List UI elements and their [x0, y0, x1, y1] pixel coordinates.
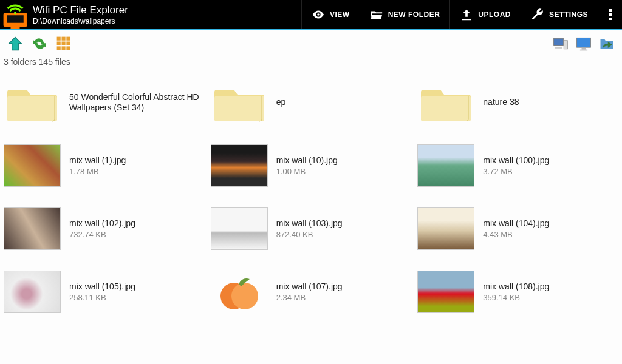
item-text: nature 38 [483, 97, 519, 108]
file-item[interactable]: mix wall (1).jpg1.78 MB [4, 140, 205, 192]
svg-rect-6 [66, 37, 70, 41]
item-title: mix wall (102).jpg [69, 218, 135, 229]
file-item[interactable]: mix wall (104).jpg4.43 MB [417, 203, 618, 255]
item-title: mix wall (104).jpg [483, 218, 549, 229]
item-title: mix wall (105).jpg [69, 281, 135, 292]
new-folder-button[interactable]: NEW FOLDER [360, 0, 450, 29]
view-label: VIEW [330, 10, 350, 19]
item-title: mix wall (108).jpg [483, 281, 549, 292]
item-text: 50 Wonderful Colorful Abstract HD Wallpa… [69, 92, 205, 113]
app-title-block: Wifi PC File Explorer D:\Downloads\wallp… [33, 4, 128, 25]
svg-rect-5 [62, 37, 66, 41]
nav-up-button[interactable] [6, 35, 24, 53]
svg-rect-16 [577, 38, 591, 47]
item-text: mix wall (108).jpg359.14 KB [483, 281, 549, 303]
item-size: 1.78 MB [69, 167, 126, 176]
folder-share-icon [598, 35, 615, 52]
settings-label: SETTINGS [549, 10, 588, 19]
header-actions: VIEW NEW FOLDER UPLOAD SETTINGS [301, 0, 622, 29]
item-size: 258.11 KB [69, 293, 135, 302]
item-text: mix wall (10).jpg1.00 MB [276, 155, 338, 177]
grid-icon [55, 35, 72, 52]
file-item[interactable]: mix wall (107).jpg2.34 MB [211, 266, 412, 318]
item-title: 50 Wonderful Colorful Abstract HD Wallpa… [69, 92, 205, 113]
folder-open-icon [370, 8, 383, 21]
file-thumbnail [417, 144, 474, 187]
item-size: 4.43 MB [483, 230, 549, 239]
device-pc-button[interactable] [552, 35, 570, 53]
current-path: D:\Downloads\wallpapers [33, 17, 128, 25]
refresh-button[interactable] [30, 35, 49, 53]
device-share-button[interactable] [598, 35, 616, 53]
file-thumbnail [417, 271, 474, 313]
grid-view-button[interactable] [55, 35, 73, 53]
file-item[interactable]: mix wall (100).jpg3.72 MB [417, 140, 618, 192]
file-thumbnail [211, 144, 268, 187]
file-thumbnail [4, 207, 61, 250]
item-size: 359.14 KB [483, 293, 549, 302]
item-title: nature 38 [483, 97, 519, 108]
item-text: ep [276, 97, 286, 108]
svg-rect-1 [7, 15, 24, 23]
computer-icon [552, 35, 569, 52]
settings-button[interactable]: SETTINGS [521, 0, 598, 29]
folder-item[interactable]: nature 38 [417, 76, 618, 129]
svg-rect-13 [554, 38, 564, 46]
svg-rect-7 [57, 42, 61, 46]
item-size: 732.74 KB [69, 230, 135, 239]
svg-point-20 [231, 283, 258, 309]
svg-rect-12 [66, 46, 70, 50]
item-size: 2.34 MB [276, 293, 343, 302]
upload-label: UPLOAD [478, 10, 511, 19]
file-grid: 50 Wonderful Colorful Abstract HD Wallpa… [0, 70, 622, 324]
monitor-icon [575, 35, 592, 52]
item-size: 872.40 KB [276, 230, 343, 239]
folder-icon [4, 81, 61, 124]
folder-item[interactable]: ep [211, 76, 412, 129]
overflow-menu-button[interactable] [598, 0, 622, 29]
svg-rect-11 [62, 46, 66, 50]
svg-rect-2 [11, 27, 20, 29]
folder-item[interactable]: 50 Wonderful Colorful Abstract HD Wallpa… [4, 76, 205, 129]
svg-rect-10 [57, 46, 61, 50]
folder-icon [211, 81, 268, 124]
status-text: 3 folders 145 files [0, 57, 622, 70]
app-title: Wifi PC File Explorer [33, 4, 128, 16]
refresh-icon [31, 35, 48, 52]
app-icon [0, 0, 30, 30]
file-thumbnail [211, 207, 268, 250]
item-text: mix wall (104).jpg4.43 MB [483, 218, 549, 240]
svg-rect-4 [57, 37, 61, 41]
wrench-icon [531, 8, 544, 21]
eye-icon [312, 8, 325, 21]
item-size: 1.00 MB [276, 167, 338, 176]
file-item[interactable]: mix wall (108).jpg359.14 KB [417, 266, 618, 318]
item-text: mix wall (103).jpg872.40 KB [276, 218, 343, 240]
app-header: Wifi PC File Explorer D:\Downloads\wallp… [0, 0, 622, 30]
file-thumbnail [4, 144, 61, 187]
file-thumbnail [417, 207, 474, 250]
svg-rect-8 [62, 42, 66, 46]
upload-button[interactable]: UPLOAD [449, 0, 521, 29]
file-item[interactable]: mix wall (102).jpg732.74 KB [4, 203, 205, 255]
item-text: mix wall (100).jpg3.72 MB [483, 155, 549, 177]
view-button[interactable]: VIEW [301, 0, 360, 29]
file-item[interactable]: mix wall (103).jpg872.40 KB [211, 203, 412, 255]
file-item[interactable]: mix wall (105).jpg258.11 KB [4, 266, 205, 318]
upload-icon [460, 8, 473, 21]
item-text: mix wall (107).jpg2.34 MB [276, 281, 343, 303]
device-monitor-button[interactable] [575, 35, 593, 53]
file-item[interactable]: mix wall (10).jpg1.00 MB [211, 140, 412, 192]
item-text: mix wall (102).jpg732.74 KB [69, 218, 135, 240]
file-thumbnail [211, 271, 268, 313]
item-title: mix wall (100).jpg [483, 155, 549, 166]
arrow-up-icon [7, 35, 24, 52]
item-text: mix wall (1).jpg1.78 MB [69, 155, 126, 177]
item-title: mix wall (1).jpg [69, 155, 126, 166]
item-title: mix wall (10).jpg [276, 155, 338, 166]
svg-point-3 [14, 12, 16, 15]
item-title: ep [276, 97, 286, 108]
svg-rect-17 [582, 48, 586, 50]
new-folder-label: NEW FOLDER [388, 10, 440, 19]
svg-rect-14 [564, 41, 567, 49]
